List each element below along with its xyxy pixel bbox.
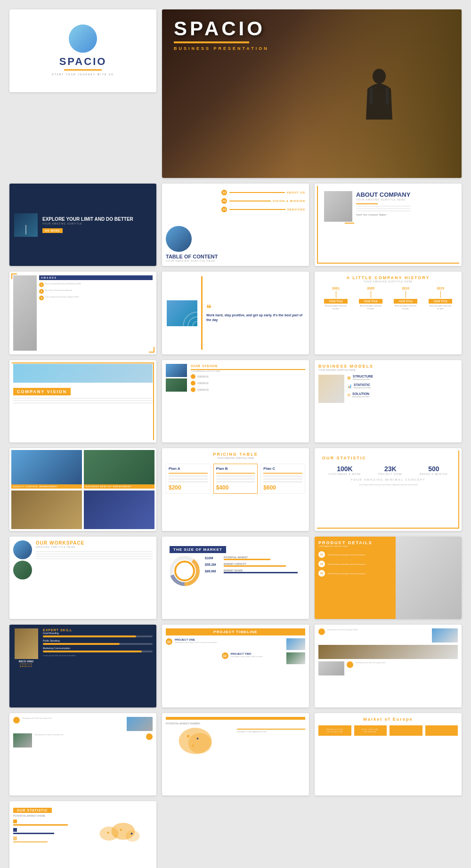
share-dot-3: [13, 836, 17, 840]
toc-title: TABLE OF CONTENT: [166, 254, 218, 259]
skill-3: Marketing Communication: [43, 647, 153, 652]
quote-content: ❝ Work hard, stay positive, and get up e…: [206, 304, 304, 323]
slide-history: A LITTLE COMPANY HISTORY YOUR AMAZING SU…: [315, 272, 462, 354]
timeline-img-2: [286, 652, 305, 664]
plan-b-row-1: [216, 473, 255, 474]
awards-inner: AWARDS 1 Best Company Branding & Marketi…: [13, 275, 153, 351]
plan-b: Plan B $400: [213, 464, 258, 494]
market-val-1: $10M: [205, 556, 221, 560]
proj-content-3: Description text here for project three: [327, 628, 430, 631]
market-bar-area-2: MARKET CAPACITY: [224, 563, 301, 567]
slide-product-details: PRODUCT DETAILS YOUR AMAZING SUBTITLE HE…: [315, 537, 462, 619]
skill-heading: EXPERT SKILL: [43, 628, 153, 632]
product-text-3: Product feature description here lorem i…: [328, 572, 365, 575]
quote-image: [167, 300, 197, 326]
toc-bar-1: [229, 192, 284, 193]
skill-bar-2: [43, 643, 153, 645]
slide-grid: SPACIO START YOUR JOURNEY WITH US SPACIO…: [9, 9, 462, 868]
world-map-svg: [84, 820, 153, 848]
skill-bar-1: [43, 635, 153, 637]
history-year-line-3: [406, 291, 406, 298]
toc-num-3: 03: [221, 207, 227, 212]
share-bar-3: [13, 841, 48, 843]
bm-item-text-1: Description text here: [353, 378, 373, 381]
slide-quote: ❝ Work hard, stay positive, and get up e…: [162, 272, 309, 354]
stat-lg-label-2: FOR CAPITAL REVENUE: [358, 728, 383, 733]
bm-icon-2: 📊: [347, 384, 352, 388]
about-line-3: [356, 208, 410, 209]
award-item-3: 3 Top Company Performance Award 2018: [39, 296, 153, 300]
stat-num-2: 23K: [378, 465, 402, 473]
bottom-accent-line: [317, 263, 459, 264]
toc-label-1: ABOUT US: [287, 191, 305, 194]
history-year-num-1: 2001: [324, 287, 348, 290]
toc-left: TABLE OF CONTENT YOUR AMAZING SUBTITLE H…: [166, 187, 218, 263]
explore-btn[interactable]: DO MORE: [42, 228, 63, 233]
about-title: ABOUT COMPANY: [356, 191, 410, 198]
slide-expert-skill: RICO VINO CREATIVE MANAGER EXPERT SKILL …: [9, 625, 156, 707]
skill-2: Public Speaking: [43, 639, 153, 645]
stat-values: 100K CUSTOMERS & MORE 23K PROJECT DONE 5…: [322, 465, 454, 475]
timeline-num-2: 02: [222, 652, 228, 659]
history-year-3: 2010 YOUR TITLE Short description text h…: [394, 287, 417, 310]
plan-a: Plan A $200: [166, 464, 211, 494]
timeline-text-2: Description lorem ipsum dolor sit amet: [231, 655, 284, 658]
top-accent: [12, 362, 154, 363]
explore-image: [14, 213, 38, 237]
svg-point-5: [193, 321, 197, 326]
bm-item-text-3: Description text here: [352, 395, 370, 398]
stat-lg-1: PRODUCTIVE POPULATION: [318, 725, 351, 736]
toc-num-2: 02: [221, 198, 227, 204]
svg-point-0: [373, 69, 386, 84]
proj-num-6: [146, 733, 153, 740]
hero-subtitle: BUSINESS PRESENTATION: [174, 46, 450, 51]
workspace-img-1: [13, 540, 32, 559]
toc-sub: YOUR AMAZING SUBTITLE HERE: [166, 259, 218, 262]
hero-content: SPACIO BUSINESS PRESENTATION: [162, 9, 462, 60]
history-year-line-2: [371, 291, 371, 298]
svg-point-19: [120, 829, 122, 831]
slide-management: QUALITY CONTROL MANAGEMENT BUSINESS ANAL…: [9, 448, 156, 531]
map-svg: [166, 727, 234, 757]
history-year-4: 2015 YOUR TITLE Short description text h…: [429, 287, 452, 310]
timeline-content-1: PROJECT ONE Description lorem ipsum dolo…: [175, 638, 284, 644]
slide-size-market: THE SIZE OF MARKET $10M POTENTIAL MARKET: [162, 537, 309, 619]
toc-item-2: 02 VISION & MISSION: [221, 198, 305, 204]
proj-num-4: [347, 661, 353, 668]
europe-stats: CONTACT YOUR MAIN/SITE.ORG: [237, 727, 305, 757]
mgmt-cell-1: QUALITY CONTROL MANAGEMENT: [11, 450, 82, 489]
market-content: $10M POTENTIAL MARKET $55.2M MARKET CAPA…: [170, 556, 301, 588]
skill-1: Good Branding: [43, 632, 153, 637]
timeline-text-1: Description lorem ipsum dolor sit amet c…: [175, 641, 284, 644]
share-title: OUR STATISTIC: [13, 808, 52, 813]
europe-content: CONTACT YOUR MAIN/SITE.ORG: [166, 727, 305, 757]
workspace-images: [13, 540, 32, 616]
share-dot-2: [13, 828, 17, 832]
skill-name-1: Good Branding: [43, 632, 153, 635]
product-text-1: Product feature description here lorem i…: [328, 554, 365, 556]
hero-accent-bar: [174, 41, 249, 43]
about-lines: [356, 203, 410, 211]
share-row-1: [13, 820, 81, 823]
toc-label-3: SERVICES: [287, 208, 305, 211]
about-line-2: [356, 206, 410, 207]
bm-item-title-3: SOLUTION: [352, 392, 370, 395]
about-content: ABOUT COMPANY YOUR AMAZING SUBTITLE HERE…: [356, 191, 410, 259]
share-sub: POTENTIAL MARKET SHARE: [13, 814, 153, 817]
skill-name-3: Marketing Communication: [43, 647, 153, 650]
history-year-line-1: [336, 291, 336, 298]
plan-c: Plan C $600: [260, 464, 305, 494]
proj-img-6: [13, 733, 32, 747]
history-year-line-4: [440, 291, 441, 298]
europe-bar: [237, 729, 305, 730]
award-text-1: Best Company Branding & Marketing 2018: [45, 282, 81, 285]
history-title: A LITTLE COMPANY HISTORY: [318, 275, 458, 280]
proj-item-4: Description text here for project four: [318, 661, 458, 675]
share-content: [13, 820, 153, 850]
our-vision-title: OUR VISION: [191, 364, 305, 370]
svg-point-17: [126, 830, 140, 842]
donut-svg: [170, 556, 200, 587]
plan-b-row-2: [216, 475, 255, 477]
vision-title: COMPANY VISION: [13, 388, 71, 395]
slide-market-europe: POTENTIAL MARKET NUMBER: [162, 713, 309, 796]
